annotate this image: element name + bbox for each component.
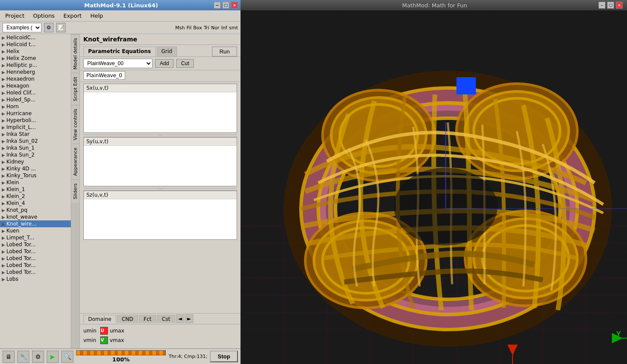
tag-msh[interactable]: Msh	[175, 25, 185, 31]
list-item-16[interactable]: ▶Inka Sun_1	[0, 144, 71, 151]
list-arrow-23: ▶	[2, 194, 5, 199]
progress-container: 100%	[76, 350, 166, 363]
tag-inf[interactable]: Inf	[221, 25, 227, 31]
tag-smt[interactable]: smt	[229, 25, 238, 31]
maximize-button[interactable]: □	[222, 2, 229, 9]
menu-project[interactable]: Project	[3, 12, 26, 20]
model-dropdown[interactable]: PlainWeave_00	[83, 59, 152, 68]
btab-fct[interactable]: Fct	[139, 315, 156, 323]
menu-export[interactable]: Export	[62, 12, 84, 20]
btab-cst[interactable]: Cst	[157, 315, 175, 323]
add-button[interactable]: Add	[155, 59, 174, 68]
list-item-27[interactable]: ▶Knot_wire...	[0, 220, 71, 227]
list-item-6[interactable]: ▶Hexaedron	[0, 75, 71, 82]
list-item-29[interactable]: ▶Limpet_T...	[0, 234, 71, 241]
examples-dropdown[interactable]: Examples (35ø	[3, 23, 41, 32]
btab-prev-arrow[interactable]: ◄	[176, 314, 184, 323]
svg-text:Y: Y	[616, 330, 621, 338]
vtab-appearance[interactable]: Appearance	[71, 144, 79, 179]
list-item-11[interactable]: ▶Hurricane	[0, 110, 71, 117]
main-content: ▶HelicoidC...▶Helicoid t...▶Helix▶Helix …	[0, 34, 241, 348]
btab-cnd[interactable]: CND	[117, 315, 138, 323]
run-button[interactable]: Run	[212, 47, 237, 56]
list-item-19[interactable]: ▶Kinky 4D ...	[0, 165, 71, 172]
list-item-4[interactable]: ▶Helliptic p...	[0, 62, 71, 69]
list-item-24[interactable]: ▶Klein_4	[0, 200, 71, 207]
list-item-34[interactable]: ▶Lobed Tor...	[0, 269, 71, 276]
list-item-8[interactable]: ▶Holed Clif...	[0, 89, 71, 96]
list-arrow-6: ▶	[2, 77, 5, 82]
eq-sx-section: Sx(u,v,t)	[83, 84, 237, 133]
vtab-sliders[interactable]: Sliders	[71, 179, 79, 203]
close-button[interactable]: ×	[231, 2, 238, 9]
list-item-17[interactable]: ▶Inka Sun_2	[0, 151, 71, 158]
list-item-10[interactable]: ▶Horn	[0, 103, 71, 110]
list-arrow-3: ▶	[2, 56, 5, 61]
domain-u-row: umin U umax	[83, 327, 237, 335]
ptab-grid[interactable]: Grid	[157, 47, 177, 56]
menu-options[interactable]: Options	[31, 12, 56, 20]
tag-tri[interactable]: Tri	[204, 25, 209, 31]
umax-label: umax	[110, 328, 131, 334]
list-item-5[interactable]: ▶Henneberg	[0, 69, 71, 75]
list-item-21[interactable]: ▶Klein	[0, 179, 71, 186]
eq-sy-input[interactable]	[84, 146, 237, 185]
list-item-26[interactable]: ▶knot_weave	[0, 213, 71, 220]
status-search-btn[interactable]: 🔍	[61, 351, 73, 363]
vp-minimize-btn[interactable]: −	[598, 2, 605, 9]
status-play-btn[interactable]: ▶	[47, 351, 59, 363]
list-item-30[interactable]: ▶Lobed Tor...	[0, 241, 71, 248]
tag-box[interactable]: Box	[193, 25, 202, 31]
list-panel[interactable]: ▶HelicoidC...▶Helicoid t...▶Helix▶Helix …	[0, 34, 71, 348]
vtab-model-details[interactable]: Model details	[71, 34, 79, 73]
list-item-35[interactable]: ▶Lobs	[0, 276, 71, 282]
list-item-12[interactable]: ▶Hyperboli...	[0, 117, 71, 124]
vtab-view-controls[interactable]: View controls	[71, 105, 79, 144]
btab-domaine[interactable]: Domaine	[83, 315, 116, 323]
list-item-2[interactable]: ▶Helix	[0, 48, 71, 55]
list-item-18[interactable]: ▶Kidney	[0, 158, 71, 165]
list-item-1[interactable]: ▶Helicoid t...	[0, 41, 71, 48]
menu-help[interactable]: Help	[89, 12, 105, 20]
status-icon-2[interactable]: 🔧	[17, 351, 29, 363]
list-item-9[interactable]: ▶Holed_Sp...	[0, 96, 71, 103]
toolbar-icon-1[interactable]: ⚙	[44, 23, 54, 32]
list-arrow-7: ▶	[2, 84, 5, 88]
cut-button[interactable]: Cut	[176, 59, 194, 68]
vmin-color-btn[interactable]: V	[100, 336, 108, 344]
status-icon-1[interactable]: 🖥	[3, 351, 15, 363]
vp-close-btn[interactable]: ×	[616, 2, 623, 9]
list-item-13[interactable]: ▶Implicit_L...	[0, 124, 71, 131]
list-item-25[interactable]: ▶Knot_pq	[0, 207, 71, 213]
list-item-33[interactable]: ▶Lobed Tor...	[0, 262, 71, 269]
vmax-label: vmax	[110, 337, 131, 343]
status-icon-3[interactable]: ⚙	[32, 351, 44, 363]
viewport-canvas[interactable]: Grid = 50×50 = 2500 Poly = 1131162	[241, 10, 627, 364]
tag-fil[interactable]: Fil	[187, 25, 192, 31]
toolbar-icon-2[interactable]: 📝	[56, 23, 66, 32]
list-item-31[interactable]: ▶Lobed Tor...	[0, 248, 71, 255]
list-item-22[interactable]: ▶Klein_1	[0, 186, 71, 193]
list-item-3[interactable]: ▶Helix Zome	[0, 55, 71, 62]
minimize-button[interactable]: −	[214, 2, 221, 9]
eq-sz-input[interactable]	[84, 199, 237, 238]
ptab-parametric[interactable]: Parametric Equations	[83, 47, 156, 56]
vp-maximize-btn[interactable]: □	[607, 2, 614, 9]
list-item-7[interactable]: ▶Hexagon	[0, 82, 71, 89]
eq-sx-input[interactable]	[84, 92, 237, 131]
list-item-20[interactable]: ▶Kinky_Torus	[0, 172, 71, 179]
list-item-28[interactable]: ▶Kuen	[0, 227, 71, 234]
list-item-15[interactable]: ▶Inka Sun_02	[0, 138, 71, 144]
stop-button[interactable]: Stop	[210, 351, 238, 362]
list-item-23[interactable]: ▶Klein_2	[0, 193, 71, 200]
list-item-14[interactable]: ▶Inka Star	[0, 131, 71, 138]
tag-nor[interactable]: Nor	[211, 25, 219, 31]
list-arrow-1: ▶	[2, 42, 5, 47]
left-panel: MathMod-9.1 (Linux64) − □ × Project Opti…	[0, 0, 241, 364]
btab-next-arrow[interactable]: ►	[185, 314, 193, 323]
list-item-32[interactable]: ▶Lobed Tor...	[0, 255, 71, 262]
vtab-script-edit[interactable]: Script Edit	[71, 73, 79, 105]
umin-color-btn[interactable]: U	[100, 327, 108, 335]
list-arrow-2: ▶	[2, 49, 5, 54]
list-item-0[interactable]: ▶HelicoidC...	[0, 34, 71, 41]
